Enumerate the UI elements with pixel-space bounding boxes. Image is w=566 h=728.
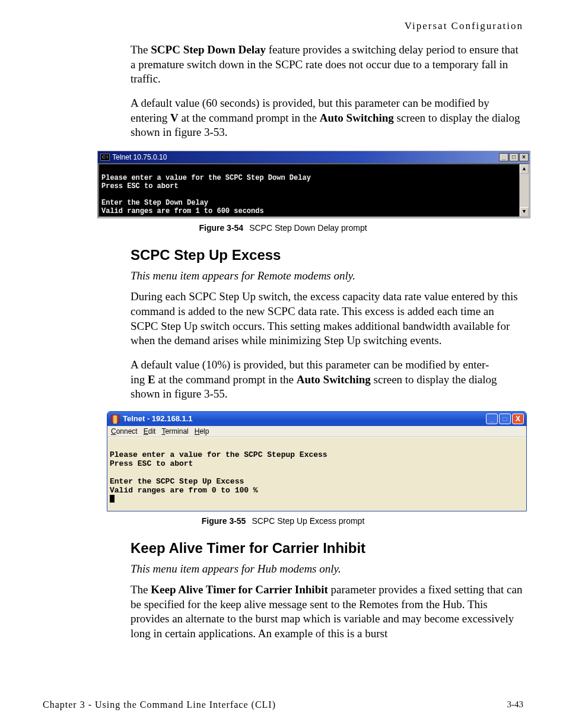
text-bold: Auto Switching xyxy=(297,373,371,386)
page-footer: Chapter 3 - Using the Command Line Inter… xyxy=(43,700,523,710)
text-bold: V xyxy=(170,112,179,124)
text: at the command prompt in the xyxy=(179,112,320,124)
figure-caption-54: Figure 3-54SCPC Step Down Delay prompt xyxy=(43,223,523,233)
note-remote-only: This menu item appears for Remote modems… xyxy=(131,269,523,282)
scroll-up-button[interactable]: ▲ xyxy=(520,164,529,174)
page-header: Vipersat Configuration xyxy=(43,20,523,32)
menubar[interactable]: CConnectonnect Edit Terminal Help xyxy=(107,426,526,437)
telnet-window-1: C:\ Telnet 10.75.0.10 _ □ × Please enter… xyxy=(97,151,530,218)
window-title: Telnet - 192.168.1.1 xyxy=(123,414,486,423)
text: The xyxy=(131,583,151,596)
text-bold: SCPC Step Down Delay xyxy=(151,43,266,56)
menu-edit[interactable]: Edit xyxy=(144,427,156,435)
minimize-button[interactable]: _ xyxy=(486,414,498,424)
telnet-icon xyxy=(111,415,119,423)
menu-help[interactable]: Help xyxy=(195,427,209,435)
maximize-button[interactable]: □ xyxy=(499,414,511,424)
scroll-down-button[interactable]: ▼ xyxy=(520,207,529,217)
scrollbar[interactable]: ▲ ▼ xyxy=(519,164,529,217)
heading-keep-alive: Keep Alive Timer for Carrier Inhibit xyxy=(131,540,523,557)
telnet-window-2: Telnet - 192.168.1.1 _ □ X CConnectonnec… xyxy=(107,411,527,511)
figure-caption-55: Figure 3-55SCPC Step Up Excess prompt xyxy=(43,516,523,526)
maximize-button[interactable]: □ xyxy=(509,153,519,161)
figure-label: Figure 3-54 xyxy=(199,223,243,233)
terminal-output[interactable]: Please enter a value for the SCPC Step D… xyxy=(99,164,519,217)
text: at the command prompt in the xyxy=(155,373,297,386)
paragraph-step-up-2: A default value (10%) is provided, but t… xyxy=(131,358,523,402)
footer-chapter: Chapter 3 - Using the Command Line Inter… xyxy=(43,700,276,710)
footer-page-number: 3-43 xyxy=(507,700,524,710)
window-title: Telnet 10.75.0.10 xyxy=(112,153,499,161)
text: A default value (10%) is provided, but t… xyxy=(131,358,489,371)
figure-text: SCPC Step Up Excess prompt xyxy=(252,516,364,526)
note-hub-only: This menu item appears for Hub modems on… xyxy=(131,562,523,576)
paragraph-scpc-step-down-2: A default value (60 seconds) is provided… xyxy=(131,96,523,140)
text: The xyxy=(131,43,151,56)
cmd-icon: C:\ xyxy=(100,154,110,161)
figure-text: SCPC Step Down Delay prompt xyxy=(249,223,367,233)
terminal-output[interactable]: Please enter a value for the SCPC Stepup… xyxy=(107,437,526,511)
paragraph-keep-alive-1: The Keep Alive Timer for Carrier Inhibit… xyxy=(131,583,523,641)
close-button[interactable]: × xyxy=(519,153,529,161)
titlebar[interactable]: Telnet - 192.168.1.1 _ □ X xyxy=(107,412,526,426)
cursor xyxy=(110,495,115,503)
heading-step-up-excess: SCPC Step Up Excess xyxy=(131,247,523,263)
text: ing xyxy=(131,373,148,386)
menu-connect[interactable]: CConnectonnect xyxy=(111,427,138,435)
text-bold: E xyxy=(148,373,155,386)
figure-label: Figure 3-55 xyxy=(202,516,246,526)
minimize-button[interactable]: _ xyxy=(499,153,508,161)
paragraph-step-up-1: During each SCPC Step Up switch, the exc… xyxy=(131,290,523,348)
close-button[interactable]: X xyxy=(512,414,524,424)
text-bold: Auto Switching xyxy=(320,112,394,124)
paragraph-scpc-step-down-1: The SCPC Step Down Delay feature provide… xyxy=(131,43,523,87)
menu-terminal[interactable]: Terminal xyxy=(161,427,188,435)
titlebar[interactable]: C:\ Telnet 10.75.0.10 _ □ × xyxy=(98,151,530,163)
text-bold: Keep Alive Timer for Carrier Inhibit xyxy=(151,583,328,596)
